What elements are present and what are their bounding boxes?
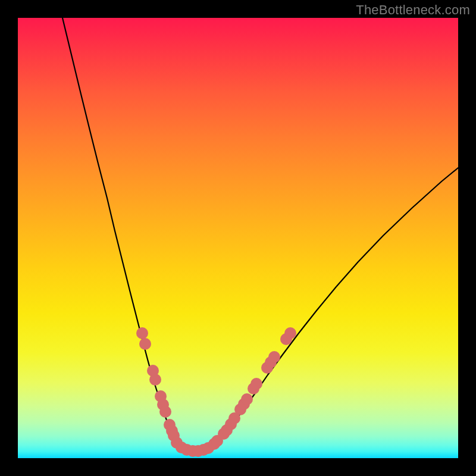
data-point <box>250 378 262 390</box>
plot-area <box>18 18 458 458</box>
data-point <box>241 393 253 405</box>
data-point <box>159 406 171 418</box>
chart-svg <box>18 18 458 458</box>
watermark-text: TheBottleneck.com <box>356 2 470 18</box>
data-point <box>136 327 148 339</box>
data-point <box>149 374 161 386</box>
data-point <box>284 327 296 339</box>
dot-group <box>136 327 296 457</box>
series-left-curve <box>62 18 178 447</box>
data-point <box>139 338 151 350</box>
chart-frame: TheBottleneck.com <box>0 0 476 476</box>
data-point <box>268 351 280 363</box>
